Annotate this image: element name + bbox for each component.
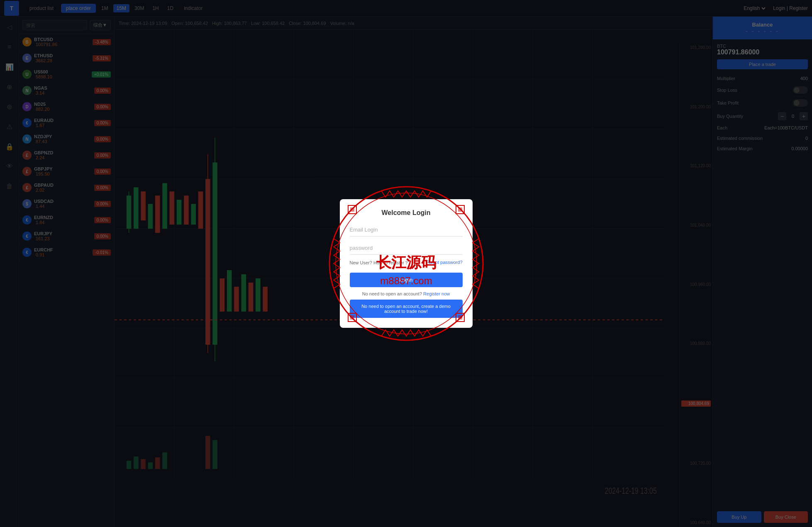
email-input[interactable] bbox=[350, 223, 463, 237]
demo-account-button[interactable]: No need to open an account, create a dem… bbox=[350, 300, 463, 318]
modal-title: Welcome Login bbox=[350, 209, 463, 217]
register-link[interactable]: Register now bbox=[423, 291, 450, 296]
login-modal: Welcome Login New User? How to register？… bbox=[340, 199, 473, 328]
no-account-text: No need to open an account? bbox=[362, 291, 423, 296]
login-button[interactable]: Login bbox=[350, 273, 463, 287]
password-input[interactable] bbox=[350, 242, 463, 255]
modal-overlay[interactable]: 长江源码 m8887.com Welcome Login New User? H… bbox=[0, 0, 812, 527]
forgot-password-link[interactable]: Forgot password? bbox=[426, 260, 462, 266]
new-user-text: New User? How to register？ bbox=[350, 260, 409, 266]
register-text: No need to open an account? Register now bbox=[350, 291, 463, 296]
forgot-row: New User? How to register？ Forgot passwo… bbox=[350, 260, 463, 266]
